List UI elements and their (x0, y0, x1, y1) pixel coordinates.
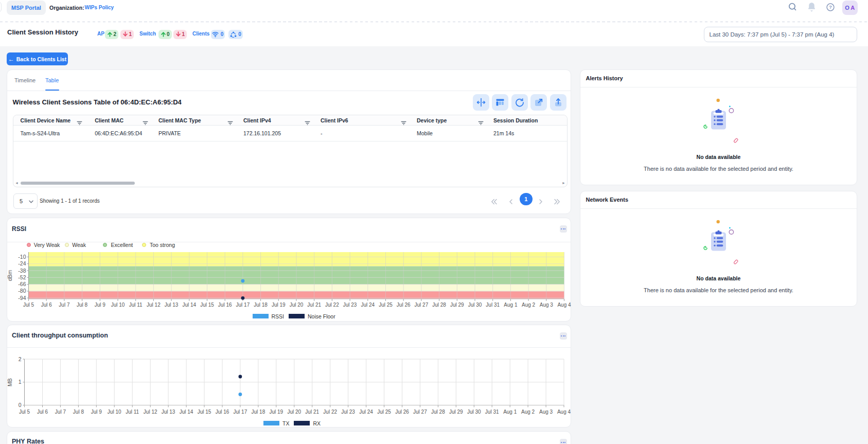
svg-text:Jul 8: Jul 8 (77, 302, 88, 308)
svg-text:Jul 30: Jul 30 (468, 302, 482, 308)
svg-text:Jul 14: Jul 14 (182, 302, 196, 308)
svg-text:Jul 22: Jul 22 (323, 409, 337, 415)
svg-text:Aug 1: Aug 1 (504, 302, 518, 308)
svg-text:Jul 14: Jul 14 (180, 409, 193, 415)
svg-text:Jul 29: Jul 29 (449, 409, 463, 415)
svg-text:Jul 23: Jul 23 (343, 302, 357, 308)
svg-text:Jul 9: Jul 9 (91, 409, 102, 415)
svg-text:Jul 24: Jul 24 (361, 302, 375, 308)
svg-text:-80: -80 (18, 288, 26, 294)
svg-text:Jul 13: Jul 13 (165, 302, 179, 308)
svg-text:Jul 26: Jul 26 (397, 302, 411, 308)
svg-text:1: 1 (19, 379, 22, 385)
svg-text:Jul 31: Jul 31 (485, 409, 499, 415)
svg-text:Jul 26: Jul 26 (395, 409, 409, 415)
svg-text:Aug 4: Aug 4 (557, 302, 571, 308)
svg-text:MB: MB (7, 378, 13, 386)
svg-text:Jul 20: Jul 20 (290, 302, 304, 308)
svg-text:Jul 28: Jul 28 (431, 409, 445, 415)
svg-text:Jul 6: Jul 6 (41, 302, 52, 308)
svg-text:Jul 20: Jul 20 (287, 409, 301, 415)
svg-text:Jul 8: Jul 8 (73, 409, 84, 415)
svg-text:Aug 3: Aug 3 (539, 409, 553, 415)
svg-text:Jul 27: Jul 27 (413, 409, 427, 415)
svg-text:0: 0 (19, 402, 22, 408)
svg-text:Jul 5: Jul 5 (23, 302, 34, 308)
svg-text:Jul 6: Jul 6 (37, 409, 48, 415)
svg-text:Aug 2: Aug 2 (522, 302, 536, 308)
svg-text:Jul 15: Jul 15 (200, 302, 214, 308)
svg-text:Jul 10: Jul 10 (111, 302, 125, 308)
svg-text:Jul 13: Jul 13 (162, 409, 175, 415)
svg-text:Jul 28: Jul 28 (432, 302, 446, 308)
svg-text:Aug 3: Aug 3 (540, 302, 554, 308)
svg-text:Jul 16: Jul 16 (218, 302, 232, 308)
svg-text:-66: -66 (18, 281, 26, 287)
svg-text:Jul 19: Jul 19 (269, 409, 283, 415)
svg-text:2: 2 (19, 356, 22, 362)
svg-text:Jul 25: Jul 25 (379, 302, 393, 308)
svg-text:Jul 21: Jul 21 (307, 302, 321, 308)
svg-text:Jul 19: Jul 19 (272, 302, 286, 308)
svg-text:Jul 11: Jul 11 (126, 409, 139, 415)
svg-text:Jul 30: Jul 30 (467, 409, 481, 415)
svg-text:Jul 29: Jul 29 (450, 302, 464, 308)
svg-text:Jul 9: Jul 9 (95, 302, 106, 308)
svg-text:Jul 22: Jul 22 (325, 302, 339, 308)
svg-text:Jul 23: Jul 23 (341, 409, 355, 415)
svg-text:Jul 27: Jul 27 (415, 302, 429, 308)
svg-text:Jul 17: Jul 17 (234, 409, 247, 415)
svg-text:Jul 15: Jul 15 (198, 409, 211, 415)
svg-text:Aug 1: Aug 1 (503, 409, 517, 415)
svg-text:Aug 2: Aug 2 (521, 409, 535, 415)
svg-text:-52: -52 (18, 274, 26, 280)
svg-text:Jul 21: Jul 21 (305, 409, 319, 415)
svg-text:-10: -10 (18, 254, 26, 260)
svg-text:?: ? (829, 4, 832, 10)
svg-text:Jul 10: Jul 10 (108, 409, 121, 415)
svg-text:Jul 5: Jul 5 (19, 409, 30, 415)
svg-text:Jul 12: Jul 12 (144, 409, 157, 415)
svg-text:Jul 7: Jul 7 (55, 409, 66, 415)
svg-text:Jul 16: Jul 16 (216, 409, 229, 415)
svg-text:-38: -38 (18, 268, 26, 274)
svg-text:Jul 24: Jul 24 (359, 409, 373, 415)
svg-text:Jul 7: Jul 7 (59, 302, 70, 308)
svg-text:Jul 25: Jul 25 (377, 409, 391, 415)
svg-text:Jul 18: Jul 18 (254, 302, 268, 308)
svg-text:-94: -94 (18, 295, 26, 301)
svg-text:Jul 18: Jul 18 (252, 409, 265, 415)
svg-text:Jul 31: Jul 31 (486, 302, 500, 308)
svg-text:Aug 4: Aug 4 (557, 409, 571, 415)
svg-text:Jul 11: Jul 11 (129, 302, 143, 308)
svg-text:-24: -24 (18, 260, 26, 267)
svg-text:Jul 17: Jul 17 (236, 302, 250, 308)
svg-text:dBm: dBm (7, 270, 13, 281)
svg-text:Jul 12: Jul 12 (147, 302, 161, 308)
